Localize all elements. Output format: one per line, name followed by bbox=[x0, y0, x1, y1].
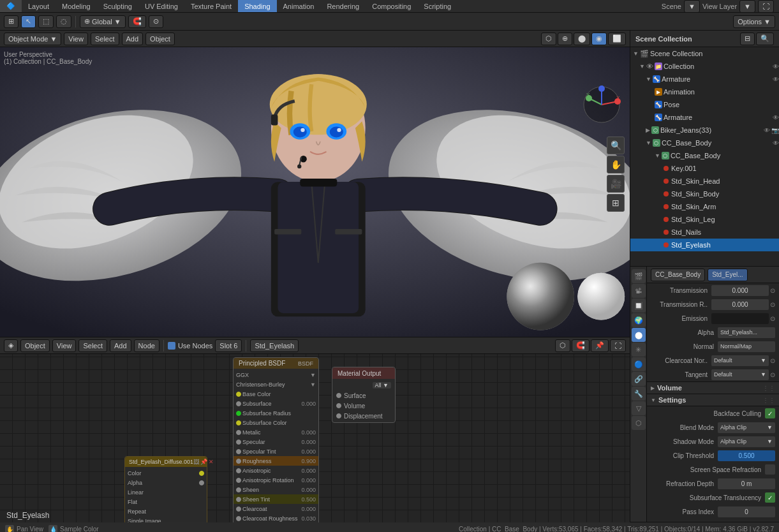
col-visibility[interactable]: 👁 bbox=[773, 63, 779, 70]
tex-ctrl-1[interactable]: 🖼 bbox=[193, 459, 199, 465]
outliner-item-pose[interactable]: 🦴 Pose bbox=[630, 98, 779, 111]
fullscreen-btn[interactable]: ⛶ bbox=[758, 0, 774, 13]
emission-color-swatch[interactable] bbox=[711, 313, 769, 324]
outliner-item-std-skin-leg[interactable]: Std_Skin_Leg bbox=[630, 213, 779, 226]
node-canvas[interactable]: Principled BSDF BSDF GGX ▼ Christensen-B… bbox=[0, 354, 630, 522]
outliner-item-std-eyelash[interactable]: Std_Eyelash bbox=[630, 239, 779, 251]
node-editor-type[interactable]: ◈ bbox=[4, 339, 18, 352]
pass-index-value[interactable]: 0 bbox=[718, 506, 775, 517]
arm-visibility[interactable]: 👁 bbox=[773, 76, 779, 83]
outliner-item-cc-base-body[interactable]: ▼ ⬡ CC_Base_Body 👁 bbox=[630, 137, 779, 149]
node-view-btn[interactable]: View bbox=[52, 339, 77, 352]
props-icon-data[interactable]: ▽ bbox=[632, 401, 646, 415]
use-nodes-checkbox[interactable] bbox=[168, 342, 175, 350]
menu-compositing[interactable]: Compositing bbox=[366, 0, 417, 12]
transmission-prop-value[interactable]: 0.000 bbox=[711, 285, 769, 296]
scene-dropdown[interactable]: ▼ bbox=[684, 0, 700, 13]
outliner-item-std-nails[interactable]: Std_Nails bbox=[630, 226, 779, 239]
clip-threshold-value[interactable]: 0.500 bbox=[718, 450, 775, 461]
jeans-visibility[interactable]: 👁 bbox=[764, 127, 770, 134]
select-tool[interactable]: ↖ bbox=[21, 15, 36, 28]
body-visibility[interactable]: 👁 bbox=[773, 140, 779, 147]
principled-bsdf-node[interactable]: Principled BSDF BSDF GGX ▼ Christensen-B… bbox=[233, 357, 319, 522]
shadow-mode-value[interactable]: Alpha Clip▼ bbox=[718, 436, 775, 447]
outliner-item-std-skin-head[interactable]: Std_Skin_Head bbox=[630, 175, 779, 188]
outliner-item-armature-parent[interactable]: ▼ 🦴 Armature 👁 bbox=[630, 73, 779, 85]
object-mode-btn[interactable]: Object Mode ▼ bbox=[4, 33, 61, 45]
zoom-in-btn[interactable]: 🔍 bbox=[607, 137, 625, 154]
transmission-r-value[interactable]: 0.000 bbox=[711, 299, 769, 310]
arm-vis-icon[interactable]: 👁 bbox=[773, 114, 779, 121]
backface-culling-checkbox[interactable]: ✓ bbox=[765, 408, 775, 418]
viewport-shade-render[interactable]: ⬜ bbox=[608, 33, 626, 45]
material-output-node[interactable]: Material Output All ▼ Surface Volume bbox=[332, 367, 396, 423]
box-select-tool[interactable]: ⬚ bbox=[38, 15, 54, 28]
props-icon-object[interactable]: ⬡ bbox=[632, 416, 646, 430]
snap-btn[interactable]: 🧲 bbox=[128, 15, 146, 28]
props-icon-material[interactable]: ⬤ bbox=[632, 328, 646, 342]
tangent-value[interactable]: Default▼ bbox=[711, 369, 769, 380]
viewport-gizmo-btn[interactable]: ⊕ bbox=[558, 33, 572, 45]
orbit-btn[interactable]: 🎥 bbox=[607, 175, 625, 193]
props-icon-world[interactable]: 🌍 bbox=[632, 313, 646, 327]
navigation-gizmo[interactable]: X Y Z bbox=[582, 85, 621, 125]
viewport-select-btn[interactable]: Select bbox=[91, 33, 119, 45]
options-btn[interactable]: Options ▼ bbox=[733, 15, 775, 28]
menu-scripting[interactable]: Scripting bbox=[417, 0, 457, 12]
outliner-item-armature-data[interactable]: 🦴 Armature 👁 bbox=[630, 111, 779, 124]
slot-dropdown[interactable]: Slot 6 bbox=[215, 339, 242, 352]
viewport-add-btn[interactable]: Add bbox=[122, 33, 144, 45]
alpha-prop-value[interactable]: Std_Eyelash... bbox=[718, 327, 775, 338]
outliner-item-animation[interactable]: ▶ Animation bbox=[630, 85, 779, 98]
tex-ctrl-close[interactable]: ✕ bbox=[209, 459, 214, 465]
node-object-btn[interactable]: Object bbox=[20, 339, 50, 352]
viewport-overlay-btn[interactable]: ⬡ bbox=[541, 33, 556, 45]
blend-mode-value[interactable]: Alpha Clip▼ bbox=[718, 422, 775, 433]
camera-btn[interactable]: ⊞ bbox=[607, 194, 625, 212]
outliner-item-std-skin-body[interactable]: Std_Skin_Body bbox=[630, 188, 779, 200]
menu-texture-paint[interactable]: Texture Paint bbox=[184, 0, 238, 12]
viewport-shade-material[interactable]: ◉ bbox=[591, 33, 607, 45]
props-object-name-btn[interactable]: CC_Base_Body bbox=[651, 269, 705, 281]
lasso-select-tool[interactable]: ◌ bbox=[56, 15, 71, 28]
props-material-name-btn[interactable]: Std_Eyel... bbox=[708, 269, 747, 281]
all-dropdown[interactable]: All ▼ bbox=[373, 382, 391, 388]
menu-sculpting[interactable]: Sculpting bbox=[97, 0, 138, 12]
view-layer-dropdown[interactable]: ▼ bbox=[739, 0, 755, 13]
menu-shading[interactable]: Shading bbox=[238, 0, 276, 12]
menu-animation[interactable]: Animation bbox=[277, 0, 321, 12]
menu-blender-logo[interactable]: 🔷 bbox=[0, 0, 22, 12]
outliner-filter-btn[interactable]: ⊟ bbox=[740, 33, 755, 45]
menu-rendering[interactable]: Rendering bbox=[320, 0, 366, 12]
christensen-dropdown[interactable]: ▼ bbox=[310, 381, 316, 388]
clearcoat-nor-value[interactable]: Default▼ bbox=[711, 355, 769, 366]
node-node-btn[interactable]: Node bbox=[134, 339, 160, 352]
outliner-item-biker-jeans[interactable]: ▶ ⬡ Biker_Jeans(33) 👁 📷 bbox=[630, 124, 779, 137]
menu-uv-editing[interactable]: UV Editing bbox=[138, 0, 184, 12]
outliner-item-key001[interactable]: Key.001 bbox=[630, 162, 779, 175]
outliner-item-std-skin-arm[interactable]: Std_Skin_Arm bbox=[630, 200, 779, 213]
jeans-render[interactable]: 📷 bbox=[771, 127, 779, 134]
settings-section[interactable]: ▼ Settings ⋮⋮ bbox=[647, 394, 779, 406]
outliner-item-collection[interactable]: ▼ 👁 📁 Collection 👁 bbox=[630, 60, 779, 73]
menu-modeling[interactable]: Modeling bbox=[56, 0, 97, 12]
subsurface-translucency-checkbox[interactable]: ✓ bbox=[765, 492, 775, 503]
refraction-depth-value[interactable]: 0 m bbox=[718, 478, 775, 489]
menu-layout[interactable]: Layout bbox=[22, 0, 56, 12]
proportional-edit[interactable]: ⊙ bbox=[149, 15, 163, 28]
props-icon-physics[interactable]: 🔵 bbox=[632, 357, 646, 371]
normal-prop-value[interactable]: Normal/Map bbox=[718, 341, 775, 352]
texture-image-node[interactable]: Std_Eyelash_Diffuse.001 🖼 📌 ✕ Color bbox=[124, 456, 207, 522]
props-icon-particle[interactable]: ✳ bbox=[632, 343, 646, 357]
node-overlay-btn[interactable]: ⬡ bbox=[555, 339, 570, 352]
viewport-object-btn[interactable]: Object bbox=[145, 33, 175, 45]
viewport-3d[interactable]: User Perspective (1) Collection | CC_Bas… bbox=[0, 47, 630, 337]
node-snap-btn[interactable]: 🧲 bbox=[572, 339, 590, 352]
node-select-btn[interactable]: Select bbox=[78, 339, 107, 352]
col-eye[interactable]: 👁 bbox=[646, 63, 653, 70]
pan-btn[interactable]: ✋ bbox=[607, 156, 625, 174]
props-icon-renderlayer[interactable]: 📽 bbox=[632, 284, 646, 298]
outliner-item-cc-base-body-data[interactable]: ▼ ⬡ CC_Base_Body bbox=[630, 149, 779, 162]
outliner-search-btn[interactable]: 🔍 bbox=[756, 33, 774, 45]
props-icon-constraint[interactable]: 🔗 bbox=[632, 372, 646, 386]
